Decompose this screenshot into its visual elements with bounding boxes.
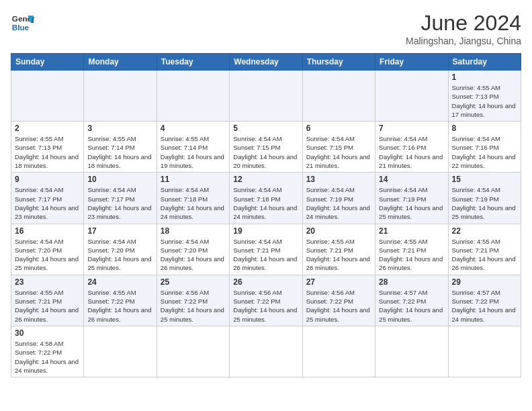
calendar-day-cell: 21Sunrise: 4:55 AM Sunset: 7:21 PM Dayli…	[375, 224, 448, 275]
day-info: Sunrise: 4:56 AM Sunset: 7:22 PM Dayligh…	[306, 288, 371, 324]
day-number: 21	[379, 226, 444, 236]
day-info: Sunrise: 4:55 AM Sunset: 7:14 PM Dayligh…	[161, 134, 226, 170]
calendar-day-cell: 14Sunrise: 4:54 AM Sunset: 7:19 PM Dayli…	[375, 173, 448, 224]
calendar-day-cell	[230, 326, 302, 377]
calendar-day-cell: 28Sunrise: 4:57 AM Sunset: 7:22 PM Dayli…	[375, 275, 448, 326]
day-of-week-header: Tuesday	[157, 54, 229, 71]
calendar-day-cell	[375, 326, 448, 377]
page-header: General Blue June 2024 Malingshan, Jiang…	[11, 11, 521, 46]
day-number: 28	[379, 277, 444, 287]
day-number: 12	[233, 175, 298, 184]
day-number: 20	[306, 226, 371, 236]
day-info: Sunrise: 4:57 AM Sunset: 7:22 PM Dayligh…	[379, 288, 444, 324]
day-info: Sunrise: 4:55 AM Sunset: 7:21 PM Dayligh…	[15, 288, 80, 324]
calendar-day-cell: 6Sunrise: 4:54 AM Sunset: 7:15 PM Daylig…	[302, 122, 375, 173]
day-number: 19	[233, 226, 298, 236]
calendar-day-cell: 22Sunrise: 4:55 AM Sunset: 7:21 PM Dayli…	[448, 224, 521, 275]
calendar-day-cell: 5Sunrise: 4:54 AM Sunset: 7:15 PM Daylig…	[230, 122, 302, 173]
day-info: Sunrise: 4:55 AM Sunset: 7:21 PM Dayligh…	[379, 237, 444, 273]
day-number: 5	[233, 124, 298, 133]
day-info: Sunrise: 4:55 AM Sunset: 7:13 PM Dayligh…	[452, 83, 517, 119]
calendar-day-cell: 7Sunrise: 4:54 AM Sunset: 7:16 PM Daylig…	[375, 122, 448, 173]
day-info: Sunrise: 4:54 AM Sunset: 7:20 PM Dayligh…	[87, 237, 152, 273]
day-info: Sunrise: 4:54 AM Sunset: 7:16 PM Dayligh…	[379, 134, 444, 170]
day-number: 13	[306, 175, 371, 184]
day-number: 8	[452, 124, 517, 133]
calendar-day-cell: 3Sunrise: 4:55 AM Sunset: 7:14 PM Daylig…	[84, 122, 157, 173]
calendar-day-cell	[11, 71, 84, 122]
calendar-day-cell	[84, 71, 157, 122]
logo-icon: General Blue	[11, 11, 35, 35]
day-info: Sunrise: 4:54 AM Sunset: 7:20 PM Dayligh…	[161, 237, 226, 273]
calendar-day-cell: 26Sunrise: 4:56 AM Sunset: 7:22 PM Dayli…	[230, 275, 302, 326]
calendar-day-cell	[302, 326, 375, 377]
calendar-day-cell	[157, 71, 229, 122]
calendar-day-cell: 15Sunrise: 4:54 AM Sunset: 7:19 PM Dayli…	[448, 173, 521, 224]
day-number: 16	[15, 226, 80, 236]
calendar-day-cell: 16Sunrise: 4:54 AM Sunset: 7:20 PM Dayli…	[11, 224, 84, 275]
calendar-day-cell: 20Sunrise: 4:55 AM Sunset: 7:21 PM Dayli…	[302, 224, 375, 275]
day-number: 26	[233, 277, 298, 287]
day-number: 18	[161, 226, 226, 236]
day-info: Sunrise: 4:55 AM Sunset: 7:22 PM Dayligh…	[87, 288, 152, 324]
calendar-day-cell: 9Sunrise: 4:54 AM Sunset: 7:17 PM Daylig…	[11, 173, 84, 224]
day-info: Sunrise: 4:57 AM Sunset: 7:22 PM Dayligh…	[452, 288, 517, 324]
day-number: 23	[15, 277, 80, 287]
calendar-day-cell: 10Sunrise: 4:54 AM Sunset: 7:17 PM Dayli…	[84, 173, 157, 224]
calendar-day-cell	[84, 326, 157, 377]
day-number: 27	[306, 277, 371, 287]
day-number: 9	[15, 175, 80, 184]
day-of-week-header: Friday	[375, 54, 448, 71]
day-number: 17	[87, 226, 152, 236]
location-subtitle: Malingshan, Jiangsu, China	[406, 36, 521, 46]
day-info: Sunrise: 4:54 AM Sunset: 7:18 PM Dayligh…	[161, 185, 226, 221]
day-info: Sunrise: 4:56 AM Sunset: 7:22 PM Dayligh…	[233, 288, 298, 324]
day-number: 24	[87, 277, 152, 287]
month-year-title: June 2024	[406, 11, 521, 36]
day-number: 7	[379, 124, 444, 133]
calendar-header-row: SundayMondayTuesdayWednesdayThursdayFrid…	[11, 54, 521, 71]
calendar-day-cell: 19Sunrise: 4:54 AM Sunset: 7:21 PM Dayli…	[230, 224, 302, 275]
calendar-day-cell	[157, 326, 229, 377]
calendar-day-cell: 2Sunrise: 4:55 AM Sunset: 7:13 PM Daylig…	[11, 122, 84, 173]
day-of-week-header: Saturday	[448, 54, 521, 71]
day-info: Sunrise: 4:55 AM Sunset: 7:21 PM Dayligh…	[306, 237, 371, 273]
day-number: 6	[306, 124, 371, 133]
day-info: Sunrise: 4:54 AM Sunset: 7:19 PM Dayligh…	[452, 185, 517, 221]
calendar-day-cell: 18Sunrise: 4:54 AM Sunset: 7:20 PM Dayli…	[157, 224, 229, 275]
day-info: Sunrise: 4:54 AM Sunset: 7:17 PM Dayligh…	[15, 185, 80, 221]
day-info: Sunrise: 4:54 AM Sunset: 7:21 PM Dayligh…	[233, 237, 298, 273]
day-of-week-header: Wednesday	[230, 54, 302, 71]
day-info: Sunrise: 4:54 AM Sunset: 7:15 PM Dayligh…	[233, 134, 298, 170]
day-of-week-header: Monday	[84, 54, 157, 71]
day-number: 22	[452, 226, 517, 236]
calendar-day-cell: 23Sunrise: 4:55 AM Sunset: 7:21 PM Dayli…	[11, 275, 84, 326]
calendar-day-cell: 24Sunrise: 4:55 AM Sunset: 7:22 PM Dayli…	[84, 275, 157, 326]
logo: General Blue	[11, 11, 35, 35]
calendar-day-cell	[448, 326, 521, 377]
day-number: 10	[87, 175, 152, 184]
day-number: 4	[161, 124, 226, 133]
calendar-day-cell: 13Sunrise: 4:54 AM Sunset: 7:19 PM Dayli…	[302, 173, 375, 224]
calendar-week-row: 23Sunrise: 4:55 AM Sunset: 7:21 PM Dayli…	[11, 275, 521, 326]
day-info: Sunrise: 4:55 AM Sunset: 7:14 PM Dayligh…	[87, 134, 152, 170]
calendar-day-cell	[302, 71, 375, 122]
svg-text:Blue: Blue	[12, 23, 30, 32]
day-info: Sunrise: 4:58 AM Sunset: 7:22 PM Dayligh…	[15, 339, 80, 375]
day-info: Sunrise: 4:54 AM Sunset: 7:18 PM Dayligh…	[233, 185, 298, 221]
day-info: Sunrise: 4:54 AM Sunset: 7:19 PM Dayligh…	[306, 185, 371, 221]
calendar-week-row: 1Sunrise: 4:55 AM Sunset: 7:13 PM Daylig…	[11, 71, 521, 122]
calendar-day-cell: 30Sunrise: 4:58 AM Sunset: 7:22 PM Dayli…	[11, 326, 84, 377]
calendar-day-cell: 4Sunrise: 4:55 AM Sunset: 7:14 PM Daylig…	[157, 122, 229, 173]
calendar-day-cell: 8Sunrise: 4:54 AM Sunset: 7:16 PM Daylig…	[448, 122, 521, 173]
day-number: 15	[452, 175, 517, 184]
calendar-day-cell: 25Sunrise: 4:56 AM Sunset: 7:22 PM Dayli…	[157, 275, 229, 326]
day-number: 14	[379, 175, 444, 184]
calendar-day-cell: 1Sunrise: 4:55 AM Sunset: 7:13 PM Daylig…	[448, 71, 521, 122]
calendar-day-cell: 17Sunrise: 4:54 AM Sunset: 7:20 PM Dayli…	[84, 224, 157, 275]
day-info: Sunrise: 4:55 AM Sunset: 7:21 PM Dayligh…	[452, 237, 517, 273]
calendar-day-cell	[375, 71, 448, 122]
day-number: 29	[452, 277, 517, 287]
calendar-day-cell: 11Sunrise: 4:54 AM Sunset: 7:18 PM Dayli…	[157, 173, 229, 224]
day-number: 25	[161, 277, 226, 287]
